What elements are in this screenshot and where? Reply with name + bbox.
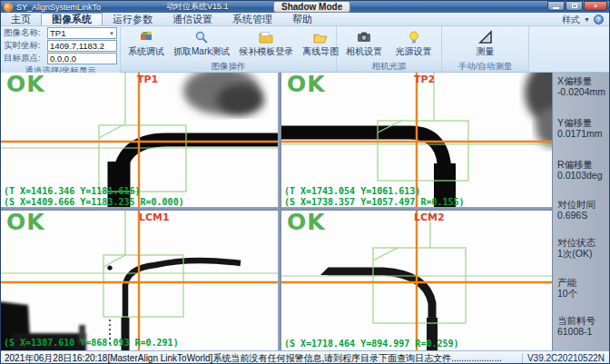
measure-button[interactable]: 测量 (472, 29, 499, 59)
camera-grid: OK TP1 (T X=1416.346 Y=1181.616) (S X=14… (1, 73, 609, 350)
close-icon: × (594, 3, 598, 10)
minimize-button[interactable] (547, 1, 565, 11)
ribbon-group-image-ops: 系统调试 抓取Mark测试 候补模板登录 (121, 26, 337, 72)
chevron-down-icon[interactable]: ▼ (584, 16, 590, 23)
window-title-right: 动对位系统V15.1 (166, 1, 229, 13)
part-number-metric: 当前料号61008-1 (557, 316, 595, 337)
grab-mark-test-button[interactable]: 抓取Mark测试 (169, 29, 234, 59)
throughput-metric: 产能10个 (557, 278, 577, 299)
actual-coords: (S X=1409.666 Y=1183.235 R=0.000) (4, 197, 184, 208)
coordinate-readout-lcm2: (S X=1718.464 Y=894.997 R=0.259) (284, 339, 459, 349)
close-button[interactable]: × (584, 1, 607, 11)
status-badge: OK (6, 73, 45, 97)
window-controls: × (547, 1, 607, 11)
tab-home[interactable]: 主页 (1, 13, 41, 25)
title-bar: SY_AlignSystemLinkTo 动对位系统V15.1 Shadow M… (1, 1, 609, 13)
status-badge: OK (287, 211, 326, 235)
grab-mark-test-label: 抓取Mark测试 (173, 45, 230, 58)
tab-run-params[interactable]: 运行参数 (103, 13, 162, 25)
camera-settings-button[interactable]: 相机设置 (341, 29, 387, 59)
target-coords: (T X=1416.346 Y=1181.616) (4, 186, 184, 197)
camera-label-tp1: TP1 (137, 74, 158, 85)
realtime-coord-field[interactable]: 1409.7,1183.2 (47, 40, 117, 52)
status-badge: OK (287, 73, 326, 97)
version-text: V39.2C20210522N (522, 353, 609, 363)
dropdown-arrow-icon[interactable]: ▼ (109, 31, 114, 36)
offline-map-label: 离线导图 (302, 45, 339, 58)
tab-comm-settings[interactable]: 通信设置 (162, 13, 222, 25)
measure-label: 测量 (477, 45, 495, 58)
target-origin-value: 0.0,0.0 (50, 54, 76, 64)
camera-label-lcm1: LCM1 (139, 212, 170, 223)
cube-icon (139, 30, 153, 44)
image-name-label: 图像名称: (4, 27, 47, 39)
group-title-measure: 手动/自动测量 (442, 61, 528, 72)
target-origin-label: 目标原点: (4, 53, 47, 64)
status-bar: 2021年06月28日16:20:18[MasterAlign LinkToWo… (1, 350, 609, 364)
ribbon-group-channel: 图像名称: TP1 ▼ 实时坐标: 1409.7,1183.2 目标原点: (1, 26, 121, 72)
image-name-select[interactable]: TP1 ▼ (47, 27, 117, 39)
template-register-label: 候补模板登录 (239, 45, 293, 58)
status-badge: OK (6, 211, 45, 235)
minimize-icon (553, 7, 559, 9)
camera-view-lcm2[interactable]: OK LCM2 (S X=1718.464 Y=894.997 R=0.259) (281, 211, 552, 350)
actual-coords: (S X=1718.464 Y=894.997 R=0.259) (284, 339, 459, 349)
realtime-coord-label: 实时坐标: (4, 40, 47, 52)
image-name-value: TP1 (50, 28, 65, 38)
help-icon[interactable]: ? (594, 15, 604, 25)
camera-settings-label: 相机设置 (346, 45, 382, 58)
camera-label-tp2: TP2 (414, 74, 435, 85)
ribbon-toolbar: 图像名称: TP1 ▼ 实时坐标: 1409.7,1183.2 目标原点: (1, 26, 609, 73)
magnifier-icon (194, 30, 209, 44)
tab-image-system[interactable]: 图像系统 (41, 13, 103, 25)
coordinate-readout-lcm1: (S X=1387.610 Y=868.093 R=0.291) (4, 338, 179, 349)
folder-icon (259, 30, 273, 44)
realtime-coord-value: 1409.7,1183.2 (50, 41, 104, 51)
shadow-mode-tooltip: Shadow Mode (273, 1, 350, 13)
open-folder-icon (313, 30, 328, 44)
light-bulb-icon (407, 30, 421, 44)
tab-system-mgmt[interactable]: 系统管理 (222, 13, 282, 25)
camera-view-tp2[interactable]: OK TP2 (T X=1743.054 Y=1061.613) (S X=17… (281, 73, 552, 207)
actual-coords: (S X=1387.610 Y=868.093 R=0.291) (4, 338, 179, 349)
status-message: 2021年06月28日16:20:18[MasterAlign LinkToWo… (1, 352, 522, 364)
ribbon-group-camera-light: 相机设置 光源设置 相机光源 (337, 26, 442, 72)
target-coords: (T X=1743.054 Y=1061.613) (284, 186, 465, 197)
target-origin-field[interactable]: 0.0,0.0 (47, 53, 117, 64)
light-settings-button[interactable]: 光源设置 (391, 29, 437, 59)
camera-icon (357, 30, 371, 44)
coordinate-readout-tp2: (T X=1743.054 Y=1061.613) (S X=1738.357 … (284, 186, 465, 207)
camera-view-tp1[interactable]: OK TP1 (T X=1416.346 Y=1181.616) (S X=14… (1, 73, 278, 207)
maximize-button[interactable] (566, 1, 583, 11)
menu-bar: 主页 图像系统 运行参数 通信设置 系统管理 帮助 样式 ▼ ? (1, 13, 609, 26)
style-menu[interactable]: 样式 (562, 14, 580, 26)
app-window: SY_AlignSystemLinkTo 动对位系统V15.1 Shadow M… (0, 0, 610, 364)
camera-label-lcm2: LCM2 (414, 212, 445, 223)
results-sidebar: X偏移量-0.0204mm Y偏移量0.0171mm R偏移量0.0103deg… (552, 73, 609, 350)
app-logo-icon (4, 3, 13, 12)
system-debug-button[interactable]: 系统调试 (123, 29, 169, 59)
maximize-icon (572, 4, 577, 8)
align-status-metric: 对位状态1次(OK) (557, 238, 595, 259)
template-register-button[interactable]: 候补模板登录 (234, 29, 298, 59)
coordinate-readout-tp1: (T X=1416.346 Y=1181.616) (S X=1409.666 … (4, 186, 184, 207)
group-title-image-ops: 图像操作 (121, 61, 336, 72)
actual-coords: (S X=1738.357 Y=1057.497 R=0.155) (284, 197, 465, 208)
ribbon-group-measure: 测量 手动/自动测量 (442, 26, 529, 72)
set-square-icon (478, 30, 493, 44)
tab-help[interactable]: 帮助 (282, 13, 322, 25)
group-title-camera-light: 相机光源 (337, 61, 441, 72)
x-offset-metric: X偏移量-0.0204mm (557, 76, 605, 97)
system-debug-label: 系统调试 (128, 45, 164, 58)
align-time-metric: 对位时间0.696S (557, 200, 595, 221)
light-settings-label: 光源设置 (396, 45, 432, 58)
camera-view-lcm1[interactable]: OK LCM1 (S X=1387.610 Y=868.093 R=0.291) (1, 211, 278, 350)
y-offset-metric: Y偏移量0.0171mm (557, 118, 603, 139)
window-title-left: SY_AlignSystemLinkTo (16, 3, 101, 12)
r-offset-metric: R偏移量0.0103deg (557, 160, 603, 181)
